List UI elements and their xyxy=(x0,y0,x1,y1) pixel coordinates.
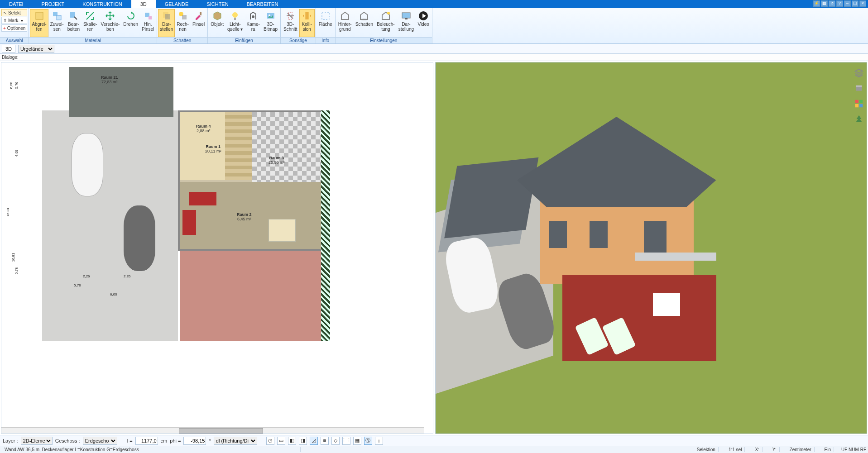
dim-left: 6,00 xyxy=(9,82,13,89)
snap-wave-icon[interactable]: ≋ xyxy=(321,437,329,445)
phi-input[interactable] xyxy=(183,437,206,445)
dialoge-row: Dialoge: xyxy=(0,54,868,61)
schnitt-button[interactable]: 3D- Schnitt xyxy=(282,9,299,37)
svg-rect-20 xyxy=(402,13,410,18)
menu-tab-3d[interactable]: 3D xyxy=(131,0,156,8)
layer-select[interactable]: 2D-Elemen xyxy=(21,437,53,445)
beleuchtung-button[interactable]: Beleuch- tung xyxy=(375,9,396,37)
win-btn-2-icon[interactable]: ▦ xyxy=(821,0,828,7)
3d-lounger xyxy=(575,317,609,356)
flaeche-button[interactable]: Fläche xyxy=(317,9,334,37)
maximize-icon[interactable]: ▢ xyxy=(852,0,858,7)
rechnen-button[interactable]: Rech- nen xyxy=(175,9,191,37)
drehen-button[interactable]: Drehen xyxy=(121,9,140,37)
verschieben-button[interactable]: Verschie- ben xyxy=(99,9,122,37)
area-icon xyxy=(320,10,331,21)
menu-tab-bearbeiten[interactable]: BEARBEITEN xyxy=(238,0,288,8)
hinpinsel-button[interactable]: Hin. Pinsel xyxy=(140,9,156,37)
phi-unit: ° xyxy=(209,438,211,443)
north-icon[interactable]: Ⓝ xyxy=(364,437,372,445)
svg-point-19 xyxy=(387,12,390,14)
screen-icon[interactable]: ▭ xyxy=(277,437,285,445)
geschoss-label: Geschoss : xyxy=(55,438,80,443)
objekt-button[interactable]: Objekt xyxy=(209,9,225,37)
grid-icon[interactable]: ▦ xyxy=(353,437,361,445)
ribbon: ↖Selekt ⇪Mark. ▾ +Optionen Auswahl Abgre… xyxy=(0,8,868,44)
ribbon-group-einfuegen: Objekt Licht- quelle ▾ Kame- ra 3D- Bitm… xyxy=(208,8,281,43)
status-x: X: xyxy=(752,447,762,452)
scroll-thumb[interactable] xyxy=(179,428,264,434)
options-button[interactable]: +Optionen xyxy=(1,24,27,32)
pinsel-button[interactable]: Pinsel xyxy=(191,9,206,37)
help-icon[interactable]: ? xyxy=(836,0,843,7)
brush-icon xyxy=(143,10,153,21)
workspace: Raum 2172,83 m² Raum 42,88 m² Raum 120,1… xyxy=(0,61,868,435)
win-btn-3-icon[interactable]: ↺ xyxy=(829,0,835,7)
plan-stairs xyxy=(225,112,252,180)
kollision-button[interactable]: Kolli- sion xyxy=(299,9,315,37)
terrain-select[interactable]: Urgelände xyxy=(18,45,54,53)
snap2-icon[interactable]: ◨ xyxy=(299,437,307,445)
select-button[interactable]: ↖Selekt xyxy=(1,9,27,16)
menu-tab-gelaende[interactable]: GELÄNDE xyxy=(156,0,198,8)
snap1-icon[interactable]: ◧ xyxy=(288,437,296,445)
licht-button[interactable]: Licht- quelle ▾ xyxy=(225,9,245,37)
minimize-icon[interactable]: – xyxy=(844,0,851,7)
mode-select[interactable]: dl (Richtung/Di xyxy=(214,437,257,445)
length-input[interactable] xyxy=(135,437,158,445)
schatten-settings-button[interactable]: Schatten xyxy=(354,9,375,37)
room3-label: Raum 325,90 m² xyxy=(269,156,285,165)
status-y: Y: xyxy=(770,447,780,452)
menu-tab-konstruktion[interactable]: KONSTRUKTION xyxy=(73,0,131,8)
hintergrund-button[interactable]: Hinter- grund xyxy=(336,9,354,37)
info-icon[interactable]: i xyxy=(375,437,383,445)
ribbon-group-schatten: Dar- stellen Rech- nen Pinsel Schatten xyxy=(157,8,208,43)
palette-icon[interactable] xyxy=(854,99,864,109)
abgreifen-button[interactable]: Abgrei- fen xyxy=(30,9,48,37)
skalieren-button[interactable]: Skalie- ren xyxy=(82,9,99,37)
2d-view[interactable]: Raum 2172,83 m² Raum 42,88 m² Raum 120,1… xyxy=(1,62,433,434)
viewmode-field[interactable] xyxy=(2,45,15,53)
svg-rect-12 xyxy=(234,18,236,20)
kamera-button[interactable]: Kame- ra xyxy=(245,9,262,37)
bearbeiten-button[interactable]: Bear- beiten xyxy=(66,9,82,37)
layers-icon[interactable] xyxy=(854,68,864,78)
snap-angle-icon[interactable]: ◿ xyxy=(310,437,318,445)
tree-icon[interactable] xyxy=(854,114,864,124)
furniture-icon[interactable] xyxy=(854,83,864,93)
bitmap-button[interactable]: 3D- Bitmap xyxy=(262,9,279,37)
win-btn-1-icon[interactable]: ⚡ xyxy=(813,0,820,7)
darstellung-button[interactable]: Dar- stellung xyxy=(397,9,416,37)
3d-view[interactable] xyxy=(435,62,868,434)
object-icon xyxy=(212,10,223,21)
plan-sofa1 xyxy=(189,192,216,205)
svg-rect-5 xyxy=(149,16,152,19)
edit-icon xyxy=(68,10,79,21)
geschoss-select[interactable]: Erdgescho xyxy=(83,437,117,445)
ribbon-group-auswahl: ↖Selekt ⇪Mark. ▾ +Optionen Auswahl xyxy=(0,8,29,43)
zuweisen-button[interactable]: Zuwei- sen xyxy=(48,9,66,37)
status-ratio: 1:1 sel xyxy=(726,447,745,452)
plan-room3 xyxy=(252,112,321,189)
svg-rect-28 xyxy=(859,104,863,107)
close-icon[interactable]: × xyxy=(859,0,866,7)
ribbon-group-material: Abgrei- fen Zuwei- sen Bear- beiten Skal… xyxy=(29,8,157,43)
menu-tab-sichten[interactable]: SICHTEN xyxy=(197,0,237,8)
move-icon xyxy=(105,10,115,21)
plan-terrace xyxy=(180,251,321,341)
menu-tab-projekt[interactable]: PROJEKT xyxy=(33,0,74,8)
mark-button[interactable]: ⇪Mark. ▾ xyxy=(1,17,27,24)
video-button[interactable]: Video xyxy=(416,9,431,37)
darstellen-button[interactable]: Dar- stellen xyxy=(158,9,175,37)
snap-dots-icon[interactable]: ⋮⋮ xyxy=(342,437,350,445)
ribbon-group-einstellungen: Hinter- grund Schatten Beleuch- tung Dar… xyxy=(336,8,432,43)
group-label: Auswahl xyxy=(0,37,29,43)
snap-diamond-icon[interactable]: ◇ xyxy=(331,437,340,445)
display-icon xyxy=(401,10,412,21)
scale-icon xyxy=(85,10,96,21)
section-icon xyxy=(285,10,296,21)
3d-window xyxy=(590,221,608,248)
menu-tab-datei[interactable]: DATEI xyxy=(0,0,33,8)
scrollbar-horizontal[interactable] xyxy=(1,427,424,434)
clock-icon[interactable]: ◷ xyxy=(266,437,274,445)
